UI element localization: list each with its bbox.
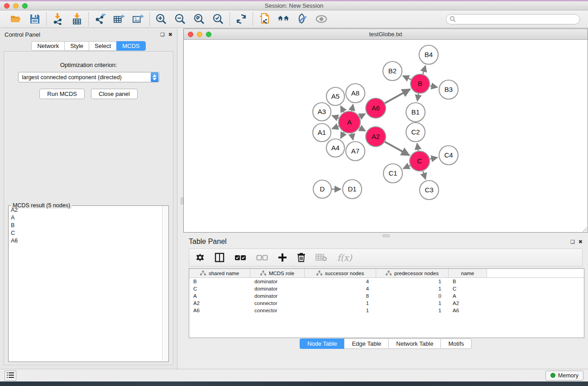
edge-A-A6[interactable]	[359, 114, 365, 117]
close-panel-icon[interactable]: ✖	[168, 32, 172, 37]
import-table-icon[interactable]	[71, 13, 83, 25]
column-header-MCDS-role[interactable]: MCDS role	[250, 269, 305, 277]
tab-motifs[interactable]: Motifs	[440, 338, 472, 349]
node-A5[interactable]: A5	[326, 87, 344, 105]
node-C3[interactable]: C3	[420, 181, 439, 200]
table-row[interactable]: A2connector11A2	[189, 300, 584, 307]
node-C4[interactable]: C4	[439, 146, 458, 165]
table-row[interactable]: Bdominator41B	[189, 278, 584, 285]
float-panel-icon[interactable]: ❏	[160, 32, 165, 37]
zoom-fit-icon[interactable]	[193, 13, 205, 25]
node-D[interactable]: D	[313, 180, 331, 198]
column-header-shared-name[interactable]: shared name	[189, 269, 250, 277]
tab-edge-table[interactable]: Edge Table	[344, 338, 388, 349]
node-A8[interactable]: A8	[346, 84, 365, 103]
node-C1[interactable]: C1	[383, 164, 402, 183]
edge-A-A7[interactable]	[352, 133, 353, 140]
add-icon[interactable]	[278, 253, 287, 262]
node-D1[interactable]: D1	[343, 180, 362, 199]
export-table-icon[interactable]	[113, 13, 125, 25]
edge-B-B2[interactable]	[403, 76, 411, 79]
edge-C-C2[interactable]	[417, 143, 418, 151]
first-neighbors-icon[interactable]	[258, 13, 270, 25]
column-header-predecessor-nodes[interactable]: predecessor nodes	[376, 269, 449, 277]
edge-B-B4[interactable]	[423, 66, 425, 74]
table-row[interactable]: A6connector11A6	[189, 307, 584, 314]
zoom-out-icon[interactable]	[174, 13, 186, 25]
edge-A-A1[interactable]	[332, 126, 339, 129]
network-canvas[interactable]: AA1A2A3A4A5A6A7A8BB1B2B3B4CC1C2C3C4DD1	[184, 40, 588, 232]
import-network-icon[interactable]	[52, 13, 64, 25]
open-icon[interactable]	[10, 13, 22, 25]
save-icon[interactable]	[29, 13, 41, 25]
result-item[interactable]: A	[9, 214, 162, 222]
annotation-icon[interactable]	[296, 13, 308, 25]
horizontal-splitter-grip[interactable]	[382, 234, 390, 237]
node-B1[interactable]: B1	[406, 103, 425, 122]
edge-A-A4[interactable]	[340, 132, 344, 138]
node-C2[interactable]: C2	[406, 123, 425, 142]
node-A6[interactable]: A6	[366, 98, 386, 118]
edge-B-B3[interactable]	[430, 86, 438, 87]
result-item[interactable]: B	[9, 222, 162, 229]
task-history-button[interactable]	[5, 371, 16, 381]
table-body[interactable]: Bdominator41BCdominator41CAdominator80AA…	[189, 278, 584, 314]
tab-network-table[interactable]: Network Table	[388, 338, 440, 349]
edge-A2-C[interactable]	[385, 142, 409, 155]
edge-A-A3[interactable]	[332, 115, 339, 118]
node-B3[interactable]: B3	[439, 80, 458, 99]
tab-style[interactable]: Style	[64, 41, 89, 51]
vertical-splitter-grip[interactable]	[181, 197, 183, 205]
result-item[interactable]: A2	[9, 206, 162, 214]
run-mcds-button[interactable]: Run MCDS	[39, 89, 85, 99]
delete-icon[interactable]	[297, 253, 306, 262]
node-B4[interactable]: B4	[419, 45, 438, 64]
close-panel-button[interactable]: Close panel	[91, 89, 138, 99]
criterion-dropdown[interactable]: largest connected component (directed)	[18, 72, 159, 82]
table-row[interactable]: Adominator80A	[189, 292, 584, 300]
export-network-icon[interactable]	[94, 13, 106, 25]
tab-mcds[interactable]: MCDS	[116, 41, 145, 51]
zoom-selected-icon[interactable]	[212, 13, 224, 25]
function-builder-icon[interactable]: f(x)	[337, 253, 352, 262]
tab-node-table[interactable]: Node Table	[300, 338, 344, 349]
table-row[interactable]: Cdominator41C	[189, 285, 584, 292]
close-table-panel-icon[interactable]: ✖	[578, 239, 583, 244]
memory-button[interactable]: Memory	[545, 371, 583, 381]
column-header-successor-nodes[interactable]: successor nodes	[305, 269, 376, 277]
eye-icon[interactable]	[316, 13, 327, 25]
node-A7[interactable]: A7	[346, 142, 365, 161]
node-B2[interactable]: B2	[383, 62, 402, 81]
edge-C-C4[interactable]	[430, 157, 438, 159]
resize-corner-grip[interactable]	[583, 227, 587, 232]
edge-A6-B[interactable]	[385, 89, 410, 103]
result-item[interactable]: A6	[9, 237, 162, 245]
home-icon[interactable]	[277, 13, 289, 25]
search-input[interactable]	[456, 14, 579, 24]
edge-C-C3[interactable]	[423, 171, 425, 179]
node-C[interactable]: C	[410, 151, 430, 171]
node-A3[interactable]: A3	[313, 103, 331, 121]
delete-table-icon[interactable]	[316, 253, 327, 262]
node-A2[interactable]: A2	[366, 127, 386, 147]
network-graph[interactable]: AA1A2A3A4A5A6A7A8BB1B2B3B4CC1C2C3C4DD1	[184, 40, 588, 232]
node-A4[interactable]: A4	[326, 139, 344, 157]
edge-A-A8[interactable]	[352, 104, 353, 111]
export-image-icon[interactable]	[132, 13, 144, 25]
result-item[interactable]: C	[9, 229, 162, 237]
edge-A-A2[interactable]	[359, 128, 365, 131]
edge-C-C1[interactable]	[403, 166, 410, 169]
edge-B-B1[interactable]	[417, 94, 419, 101]
unselect-all-icon[interactable]	[256, 255, 268, 261]
refresh-icon[interactable]	[235, 13, 247, 25]
tab-select[interactable]: Select	[89, 41, 116, 51]
node-A1[interactable]: A1	[313, 124, 331, 142]
gear-icon[interactable]	[196, 253, 205, 262]
mcds-result-list[interactable]: A2ABCA6	[9, 206, 162, 361]
search-field[interactable]	[446, 14, 580, 24]
tab-network[interactable]: Network	[31, 41, 64, 51]
float-table-panel-icon[interactable]: ❏	[570, 239, 575, 244]
network-window-titlebar[interactable]: testGlobe.txt	[184, 29, 588, 40]
node-A[interactable]: A	[339, 111, 360, 133]
node-B[interactable]: B	[411, 74, 430, 93]
